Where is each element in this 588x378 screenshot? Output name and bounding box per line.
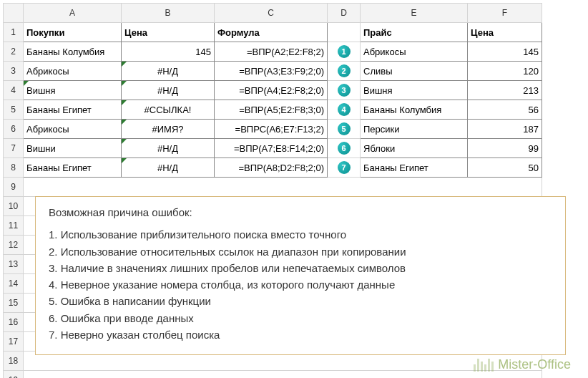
badge-icon: 2 bbox=[338, 64, 351, 77]
cell-A5[interactable]: Бананы Египет bbox=[24, 100, 122, 120]
textbox-item: 5. Ошибка в написании функции bbox=[49, 293, 552, 309]
textbox-item: 2. Использование относительных ссылок на… bbox=[49, 243, 552, 260]
row-header-12[interactable]: 12 bbox=[4, 236, 24, 255]
logo-text: Mister-Office bbox=[498, 357, 571, 372]
cell-A1[interactable]: Покупки bbox=[24, 23, 122, 42]
cell-F7[interactable]: 99 bbox=[468, 139, 542, 158]
cell-D3[interactable]: 2 bbox=[328, 62, 361, 81]
data-row: 8 Бананы Египет #Н/Д =ВПР(A8;D2:F8;2;0) … bbox=[4, 158, 542, 178]
cell-D7[interactable]: 6 bbox=[328, 139, 361, 158]
col-header-B[interactable]: B bbox=[122, 4, 215, 23]
cell-B2[interactable]: 145 bbox=[122, 42, 215, 62]
watermark-logo: Mister-Office bbox=[474, 357, 571, 372]
row-header-8[interactable]: 8 bbox=[4, 158, 24, 178]
cell-D5[interactable]: 4 bbox=[328, 100, 361, 120]
cell-E5[interactable]: Бананы Колумбия bbox=[361, 100, 468, 120]
cell-B6[interactable]: #ИМЯ? bbox=[122, 120, 215, 139]
textbox-item: 7. Неверно указан столбец поиска bbox=[49, 326, 552, 343]
cell-F2[interactable]: 145 bbox=[468, 42, 542, 62]
cell-C7[interactable]: =ВПР(A7;E8:F14;2;0) bbox=[215, 139, 328, 158]
data-row: 7 Вишни #Н/Д =ВПР(A7;E8:F14;2;0) 6 Яблок… bbox=[4, 139, 542, 158]
badge-icon: 6 bbox=[338, 142, 351, 155]
badge-icon: 1 bbox=[338, 45, 351, 58]
col-header-E[interactable]: E bbox=[361, 4, 468, 23]
row-header-1[interactable]: 1 bbox=[4, 23, 24, 42]
row-header-18[interactable]: 18 bbox=[4, 352, 24, 371]
corner-cell[interactable] bbox=[4, 4, 24, 23]
row-header-4[interactable]: 4 bbox=[4, 81, 24, 100]
cell-B4[interactable]: #Н/Д bbox=[122, 81, 215, 100]
cell-F8[interactable]: 50 bbox=[468, 158, 542, 178]
data-row: 2 Бананы Колумбия 145 =ВПР(A2;E2:F8;2) 1… bbox=[4, 42, 542, 62]
cell-E8[interactable]: Бананы Египет bbox=[361, 158, 468, 178]
cell-E7[interactable]: Яблоки bbox=[361, 139, 468, 158]
cell-D1[interactable] bbox=[328, 23, 361, 42]
empty-cells[interactable] bbox=[24, 178, 542, 197]
row-header-11[interactable]: 11 bbox=[4, 216, 24, 236]
textbox-item: 6. Ошибка при вводе данных bbox=[49, 310, 552, 326]
cell-C6[interactable]: =ВПРС(A6;E7:F13;2) bbox=[215, 120, 328, 139]
cell-F1[interactable]: Цена bbox=[468, 23, 542, 42]
cell-A2[interactable]: Бананы Колумбия bbox=[24, 42, 122, 62]
cell-C4[interactable]: =ВПР(A4;E2:F8;2;0) bbox=[215, 81, 328, 100]
cell-F5[interactable]: 56 bbox=[468, 100, 542, 120]
row-header-9[interactable]: 9 bbox=[4, 178, 24, 197]
cell-A4[interactable]: Вишня bbox=[24, 81, 122, 100]
badge-icon: 5 bbox=[338, 122, 351, 135]
cell-A8[interactable]: Бананы Египет bbox=[24, 158, 122, 178]
cell-C5[interactable]: =ВПР(A5;E2:F8;3;0) bbox=[215, 100, 328, 120]
cell-D4[interactable]: 3 bbox=[328, 81, 361, 100]
cell-C8[interactable]: =ВПР(A8;D2:F8;2;0) bbox=[215, 158, 328, 178]
textbox-title: Возможная причина ошибок: bbox=[49, 204, 552, 220]
cell-F4[interactable]: 213 bbox=[468, 81, 542, 100]
row-header-15[interactable]: 15 bbox=[4, 294, 24, 313]
cell-E4[interactable]: Вишня bbox=[361, 81, 468, 100]
cell-D8[interactable]: 7 bbox=[328, 158, 361, 178]
cell-C3[interactable]: =ВПР(A3;E3:F9;2;0) bbox=[215, 62, 328, 81]
cell-E1[interactable]: Прайс bbox=[361, 23, 468, 42]
col-header-C[interactable]: C bbox=[215, 4, 328, 23]
data-row: 4 Вишня #Н/Д =ВПР(A4;E2:F8;2;0) 3 Вишня … bbox=[4, 81, 542, 100]
cell-A6[interactable]: Абрикосы bbox=[24, 120, 122, 139]
badge-icon: 7 bbox=[338, 161, 351, 174]
cell-C1[interactable]: Формула bbox=[215, 23, 328, 42]
col-header-A[interactable]: A bbox=[24, 4, 122, 23]
cell-B3[interactable]: #Н/Д bbox=[122, 62, 215, 81]
row-header-7[interactable]: 7 bbox=[4, 139, 24, 158]
row-header-6[interactable]: 6 bbox=[4, 120, 24, 139]
row-header-14[interactable]: 14 bbox=[4, 274, 24, 294]
cell-F3[interactable]: 120 bbox=[468, 62, 542, 81]
cell-A3[interactable]: Абрикосы bbox=[24, 62, 122, 81]
cell-B5[interactable]: #ССЫЛКА! bbox=[122, 100, 215, 120]
cell-E2[interactable]: Абрикосы bbox=[361, 42, 468, 62]
col-header-F[interactable]: F bbox=[468, 4, 542, 23]
row-header-2[interactable]: 2 bbox=[4, 42, 24, 62]
cell-E3[interactable]: Сливы bbox=[361, 62, 468, 81]
cell-A7[interactable]: Вишни bbox=[24, 139, 122, 158]
data-row: 5 Бананы Египет #ССЫЛКА! =ВПР(A5;E2:F8;3… bbox=[4, 100, 542, 120]
cell-F6[interactable]: 187 bbox=[468, 120, 542, 139]
cell-D2[interactable]: 1 bbox=[328, 42, 361, 62]
cell-C2[interactable]: =ВПР(A2;E2:F8;2) bbox=[215, 42, 328, 62]
row-header-5[interactable]: 5 bbox=[4, 100, 24, 120]
row-header-19[interactable]: 19 bbox=[4, 371, 24, 379]
textbox-item: 4. Неверное указание номера столбца, из … bbox=[49, 276, 552, 293]
row-header-16[interactable]: 16 bbox=[4, 313, 24, 332]
cell-B1[interactable]: Цена bbox=[122, 23, 215, 42]
badge-icon: 4 bbox=[338, 103, 351, 116]
cell-E6[interactable]: Персики bbox=[361, 120, 468, 139]
textbox-item: 3. Наличие в значениях лишних пробелов и… bbox=[49, 260, 552, 276]
data-row: 6 Абрикосы #ИМЯ? =ВПРС(A6;E7:F13;2) 5 Пе… bbox=[4, 120, 542, 139]
cell-B7[interactable]: #Н/Д bbox=[122, 139, 215, 158]
data-row: 3 Абрикосы #Н/Д =ВПР(A3;E3:F9;2;0) 2 Сли… bbox=[4, 62, 542, 81]
empty-cells[interactable] bbox=[24, 371, 542, 379]
col-header-D[interactable]: D bbox=[328, 4, 361, 23]
cell-D6[interactable]: 5 bbox=[328, 120, 361, 139]
row-header-3[interactable]: 3 bbox=[4, 62, 24, 81]
row-header-10[interactable]: 10 bbox=[4, 197, 24, 216]
column-header-row: A B C D E F bbox=[4, 4, 542, 23]
row-header-13[interactable]: 13 bbox=[4, 255, 24, 274]
info-textbox[interactable]: Возможная причина ошибок: 1. Использован… bbox=[35, 196, 566, 355]
cell-B8[interactable]: #Н/Д bbox=[122, 158, 215, 178]
row-header-17[interactable]: 17 bbox=[4, 332, 24, 352]
